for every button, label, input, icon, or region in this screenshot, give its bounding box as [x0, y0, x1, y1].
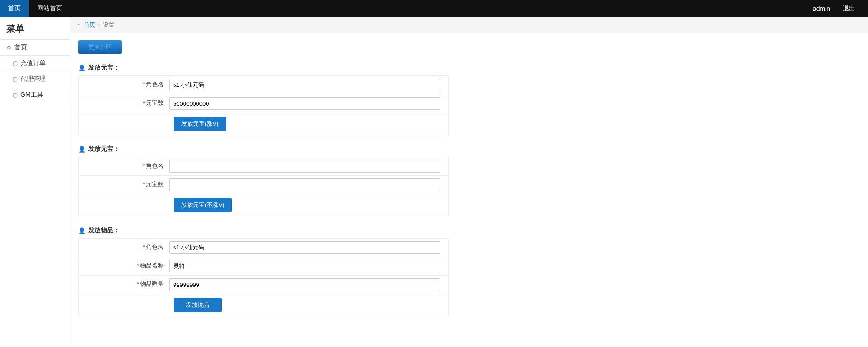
logout-link[interactable]: 退出 [843, 5, 855, 13]
input-item-name[interactable] [169, 260, 440, 272]
home-icon: ⌂ [77, 22, 81, 28]
section-grant-yuanbao-vip: 👤 发放元宝： *角色名 *元宝数 发放元宝(涨V) [78, 64, 860, 135]
tab-site-home[interactable]: 网站首页 [29, 0, 71, 17]
label-role-name: *角色名 [79, 157, 169, 175]
sidebar-item-recharge-orders[interactable]: ▢ 充值订单 [0, 56, 70, 71]
breadcrumb-current: 设置 [103, 21, 114, 29]
section-title-text: 发放元宝： [88, 145, 120, 153]
change-region-button[interactable]: 更换分区 [78, 40, 122, 54]
tab-home[interactable]: 首页 [0, 0, 29, 17]
label-role-name: *角色名 [79, 76, 169, 94]
input-role-name[interactable] [169, 160, 440, 173]
label-item-name: *物品名称 [79, 257, 169, 275]
grant-yuanbao-vip-button[interactable]: 发放元宝(涨V) [174, 117, 226, 131]
person-icon: 👤 [78, 227, 85, 234]
sidebar: 菜单 ⚙ 首页 ▢ 充值订单 ▢ 代理管理 ▢ GM工具 [0, 17, 70, 347]
topbar-tabs: 首页 网站首页 [0, 0, 71, 17]
file-icon: ▢ [13, 92, 18, 98]
file-icon: ▢ [13, 76, 18, 82]
topbar: 首页 网站首页 admin 退出 [0, 0, 868, 17]
topbar-right: admin 退出 [813, 0, 868, 17]
breadcrumb: ⌂ 首页 › 设置 [70, 17, 868, 33]
sidebar-panel-label: 首页 [14, 43, 27, 52]
section-title: 👤 发放元宝： [78, 64, 860, 72]
current-user[interactable]: admin [813, 5, 830, 12]
sidebar-item-label: 充值订单 [20, 59, 46, 67]
label-item-qty: *物品数量 [79, 276, 169, 294]
grant-item-button[interactable]: 发放物品 [174, 298, 222, 312]
grant-yuanbao-novip-button[interactable]: 发放元宝(不涨V) [174, 198, 232, 212]
section-grant-yuanbao-novip: 👤 发放元宝： *角色名 *元宝数 发放元宝(不涨V) [78, 145, 860, 216]
file-icon: ▢ [13, 60, 18, 66]
breadcrumb-home-link[interactable]: 首页 [84, 21, 95, 29]
sidebar-item-gm-tools[interactable]: ▢ GM工具 [0, 87, 70, 103]
breadcrumb-separator: › [98, 22, 100, 28]
sidebar-panel-home[interactable]: ⚙ 首页 [0, 40, 70, 56]
section-title: 👤 发放元宝： [78, 145, 860, 153]
sidebar-item-label: 代理管理 [20, 75, 46, 83]
label-role-name: *角色名 [79, 239, 169, 257]
label-yuanbao-amount: *元宝数 [79, 176, 169, 194]
sidebar-item-label: GM工具 [20, 91, 43, 99]
input-yuanbao-amount[interactable] [169, 178, 440, 191]
input-role-name[interactable] [169, 241, 440, 254]
section-grant-item: 👤 发放物品： *角色名 *物品名称 *物品数量 [78, 226, 860, 316]
section-title: 👤 发放物品： [78, 226, 860, 234]
section-title-text: 发放物品： [88, 226, 120, 234]
input-item-qty[interactable] [169, 278, 440, 291]
main: ⌂ 首页 › 设置 更换分区 👤 发放元宝： *角色名 *元宝数 [70, 17, 868, 347]
input-yuanbao-amount[interactable] [169, 97, 440, 110]
person-icon: 👤 [78, 65, 85, 71]
sidebar-title: 菜单 [0, 17, 70, 39]
section-title-text: 发放元宝： [88, 64, 120, 72]
sidebar-item-agent-manage[interactable]: ▢ 代理管理 [0, 71, 70, 87]
gear-icon: ⚙ [6, 44, 12, 51]
input-role-name[interactable] [169, 79, 440, 91]
label-yuanbao-amount: *元宝数 [79, 94, 169, 113]
person-icon: 👤 [78, 146, 85, 153]
